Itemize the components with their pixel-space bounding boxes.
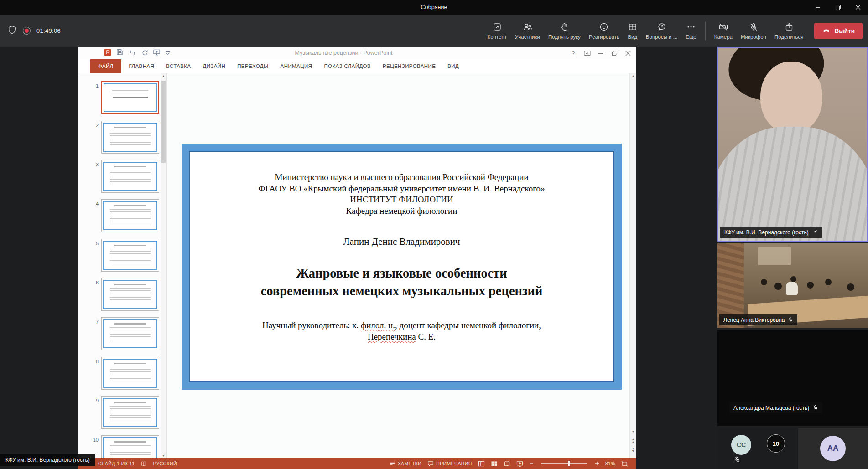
share-up-icon [784, 22, 794, 32]
video-tile-classroom[interactable]: Ленец Анна Викторовна [717, 243, 868, 328]
previous-slide-button[interactable]: ▲▲ [630, 438, 636, 443]
recording-indicator-icon [23, 27, 31, 35]
slide[interactable]: Министерство науки и высшего образования… [182, 144, 622, 390]
camera-button[interactable]: Камера [710, 15, 737, 47]
slide-author: Лапин Денис Владимирович [190, 235, 613, 248]
language-indicator[interactable]: РУССКИЙ [153, 461, 177, 466]
ppt-window-controls: ? [570, 47, 632, 59]
reading-view-icon[interactable] [504, 461, 510, 467]
spellcheck-marked-name: Перепечкина [368, 332, 416, 341]
slide-thumbnail-7[interactable]: 7 [78, 317, 167, 352]
thumbnail-scrollbar[interactable]: ▲ ▼ [161, 73, 166, 458]
next-slide-button[interactable]: ▼▼ [630, 447, 636, 453]
zoom-in-icon[interactable] [595, 461, 599, 466]
tab-transitions[interactable]: ПЕРЕХОДЫ [231, 59, 274, 73]
ellipsis-icon [686, 22, 696, 32]
ppt-window-title: Музыкальные рецензии - PowerPoint [142, 47, 545, 59]
save-icon[interactable] [116, 49, 123, 57]
zoom-level[interactable]: 81% [605, 461, 615, 466]
pinned-video-tile[interactable]: КФУ им. В.И. Вернадского (гость) [717, 47, 868, 242]
avatar: АА [820, 436, 846, 461]
pinned-tile-label: КФУ им. В.И. Вернадского (гость) [720, 227, 822, 238]
ppt-titlebar: Музыкальные рецензии - PowerPoint ? [78, 47, 636, 59]
tab-file[interactable]: ФАЙЛ [90, 59, 121, 73]
more-button[interactable]: Еще [681, 15, 700, 47]
normal-view-icon[interactable] [478, 461, 485, 467]
questions-button[interactable]: Вопросы и ... [642, 15, 682, 47]
slide-thumbnail-1[interactable]: 1 [78, 81, 167, 116]
ribbon-display-icon[interactable] [583, 50, 591, 57]
tab-insert[interactable]: ВСТАВКА [160, 59, 197, 73]
tab-review[interactable]: РЕЦЕНЗИРОВАНИЕ [377, 59, 442, 73]
participant-tile-aa[interactable]: АА [798, 428, 868, 469]
ppt-minimize-icon[interactable] [597, 50, 604, 57]
scroll-down-icon[interactable]: ▼ [161, 454, 166, 457]
scrollbar-thumb[interactable] [161, 81, 166, 163]
microphone-button[interactable]: Микрофон [737, 15, 770, 47]
security-shield-icon [7, 25, 17, 36]
slideshow-view-icon[interactable] [516, 461, 523, 467]
slide-thumbnail-5[interactable]: 5 [78, 239, 167, 273]
scroll-up-icon[interactable]: ▲ [161, 74, 166, 77]
video-tile-camera-off[interactable]: Александра Мальцева (гость) [717, 330, 868, 426]
slide-thumbnail-8[interactable]: 8 [78, 357, 167, 392]
ppt-status-bar: СЛАЙД 1 ИЗ 11 РУССКИЙ ЗАМЕТКИ ПРИМЕЧАНИЯ… [78, 458, 636, 469]
presenter-name-overlay: КФУ им. В.И. Вернадского (гость) [0, 454, 95, 466]
slide-thumbnail-4[interactable]: 4 [78, 199, 167, 234]
comments-icon [427, 461, 434, 467]
react-button[interactable]: Реагировать [585, 15, 624, 47]
tile-label: Ленец Анна Викторовна [719, 314, 797, 325]
ppt-restore-icon[interactable] [611, 50, 618, 57]
zoom-slider-thumb[interactable] [568, 461, 570, 466]
tab-slideshow[interactable]: ПОКАЗ СЛАЙДОВ [318, 59, 377, 73]
tab-design[interactable]: ДИЗАЙН [197, 59, 232, 73]
org-line-2: ФГАОУ ВО «Крымский федеральный университ… [190, 183, 613, 195]
help-icon[interactable]: ? [570, 50, 577, 57]
mic-off-icon [748, 22, 759, 32]
tab-home[interactable]: ГЛАВНАЯ [123, 59, 161, 73]
scroll-down-icon[interactable]: ▼ [630, 430, 636, 433]
fit-to-window-icon[interactable] [621, 461, 628, 467]
participants-button[interactable]: Участники [511, 15, 544, 47]
slide-thumbnail-2[interactable]: 2 [78, 121, 167, 155]
meeting-status-group: 01:49:06 [7, 15, 61, 47]
overflow-count-badge[interactable]: 10 [767, 434, 785, 453]
participant-tile-cc[interactable]: СС 10 [717, 428, 796, 469]
camera-off-icon [718, 22, 729, 32]
slide-thumbnail-6[interactable]: 6 [78, 278, 167, 313]
ppt-close-icon[interactable] [624, 50, 632, 57]
slide-title: Жанровые и языковые особенности современ… [190, 264, 613, 300]
powerpoint-window: Музыкальные рецензии - PowerPoint ? Вход… [78, 47, 636, 469]
teams-toolbar: 01:49:06 Контент Участники Поднять руку … [0, 15, 868, 47]
minimize-icon[interactable] [808, 0, 828, 15]
comments-toggle[interactable]: ПРИМЕЧАНИЯ [427, 461, 472, 467]
tab-view[interactable]: ВИД [442, 59, 465, 73]
scroll-up-icon[interactable]: ▲ [630, 74, 636, 77]
spellcheck-marked-text: филол. н. [361, 320, 395, 330]
raise-hand-button[interactable]: Поднять руку [544, 15, 585, 47]
slide-thumbnail-3[interactable]: 3 [78, 160, 167, 195]
classroom-window [758, 247, 791, 265]
spellcheck-icon[interactable] [140, 460, 147, 467]
slide-thumbnail-panel: 1 2 3 4 5 [78, 73, 167, 458]
content-button[interactable]: Контент [483, 15, 511, 47]
restore-icon[interactable] [828, 0, 848, 15]
qa-bubble-icon [657, 22, 667, 32]
leave-button[interactable]: Выйти [814, 23, 863, 39]
zoom-out-icon[interactable] [529, 461, 534, 466]
zoom-slider[interactable] [541, 463, 587, 464]
main-scrollbar[interactable]: ▲ ▼ ▲▲ ▼▼ [629, 73, 636, 458]
close-icon[interactable] [848, 0, 868, 15]
org-line-1: Министерство науки и высшего образования… [190, 172, 613, 183]
tab-animations[interactable]: АНИМАЦИЯ [275, 59, 318, 73]
slide-thumbnail-9[interactable]: 9 [78, 396, 167, 431]
raise-hand-icon [560, 22, 570, 32]
view-button[interactable]: Вид [624, 15, 642, 47]
slide-sorter-icon[interactable] [491, 461, 498, 467]
supervisor-block: Научный руководитель: к. филол. н., доце… [190, 320, 613, 342]
share-button[interactable]: Поделиться [770, 15, 808, 47]
notes-toggle[interactable]: ЗАМЕТКИ [390, 461, 421, 466]
slide-canvas: Министерство науки и высшего образования… [173, 73, 629, 458]
undo-icon[interactable] [128, 49, 136, 57]
pin-icon [812, 229, 818, 236]
